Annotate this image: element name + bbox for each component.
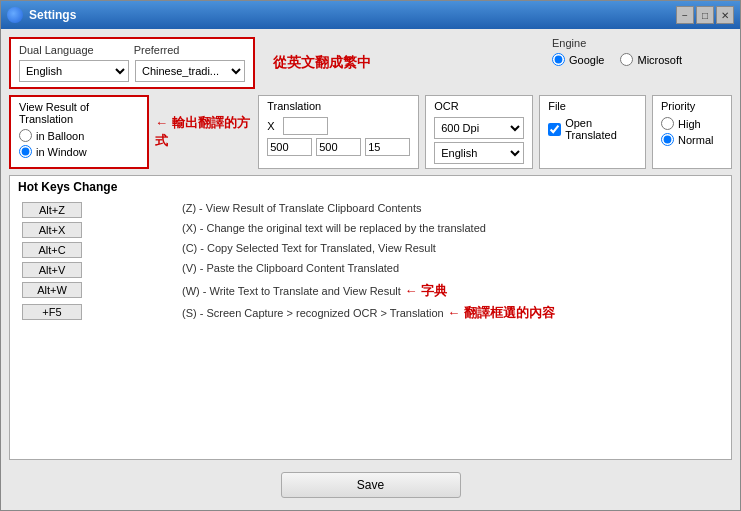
view-result-box: View Result of Translation in Balloon in… <box>9 95 149 169</box>
x-label: X <box>267 120 279 132</box>
view-window-label: in Window <box>36 146 87 158</box>
hotkeys-title: Hot Keys Change <box>18 180 723 194</box>
view-balloon-option[interactable]: in Balloon <box>19 129 139 142</box>
table-row: Alt+Z(Z) - View Result of Translate Clip… <box>18 200 723 220</box>
hotkey-key: Alt+V <box>22 262 82 278</box>
hotkey-key: Alt+X <box>22 222 82 238</box>
file-box: File Open Translated <box>539 95 646 169</box>
engine-microsoft-label: Microsoft <box>637 54 682 66</box>
dual-language-box: Dual Language Preferred English Chinese … <box>9 37 255 89</box>
translation-val2-input[interactable] <box>316 138 361 156</box>
hotkeys-section: Hot Keys Change Alt+Z(Z) - View Result o… <box>9 175 732 460</box>
hotkey-desc: (X) - Change the original text will be r… <box>182 222 486 234</box>
hotkeys-table: Alt+Z(Z) - View Result of Translate Clip… <box>18 200 723 324</box>
hotkey-note: ← 字典 <box>401 283 447 298</box>
title-buttons: − □ ✕ <box>676 6 734 24</box>
close-button[interactable]: ✕ <box>716 6 734 24</box>
engine-microsoft-radio[interactable] <box>620 53 633 66</box>
hotkey-desc: (V) - Paste the Clipboard Content Transl… <box>182 262 399 274</box>
dual-lang-annotation: 從英文翻成繁中 <box>273 54 371 72</box>
minimize-button[interactable]: − <box>676 6 694 24</box>
view-result-annotation: 輸出翻譯的方式 <box>155 114 252 150</box>
table-row: Alt+W(W) - Write Text to Translate and V… <box>18 280 723 302</box>
priority-high-label: High <box>678 118 701 130</box>
app-icon <box>7 7 23 23</box>
hotkey-desc: (Z) - View Result of Translate Clipboard… <box>182 202 421 214</box>
top-row: Dual Language Preferred English Chinese … <box>9 37 732 89</box>
priority-box: Priority High Normal <box>652 95 732 169</box>
preferred-label: Preferred <box>134 44 180 56</box>
dual-lang-title-row: Dual Language Preferred <box>19 44 245 56</box>
engine-google-radio[interactable] <box>552 53 565 66</box>
view-window-option[interactable]: in Window <box>19 145 139 158</box>
view-balloon-label: in Balloon <box>36 130 84 142</box>
hotkey-desc: (S) - Screen Capture > recognized OCR > … <box>182 307 444 319</box>
middle-row: View Result of Translation in Balloon in… <box>9 95 732 169</box>
title-bar-left: Settings <box>7 7 76 23</box>
table-row: Alt+X(X) - Change the original text will… <box>18 220 723 240</box>
translation-box: Translation X <box>258 95 419 169</box>
title-bar: Settings − □ ✕ <box>1 1 740 29</box>
ocr-title: OCR <box>434 100 524 112</box>
translation-x-input[interactable] <box>283 117 328 135</box>
priority-high-option[interactable]: High <box>661 117 723 130</box>
view-balloon-radio[interactable] <box>19 129 32 142</box>
table-row: Alt+C(C) - Copy Selected Text for Transl… <box>18 240 723 260</box>
table-row: Alt+V(V) - Paste the Clipboard Content T… <box>18 260 723 280</box>
engine-label: Engine <box>552 37 732 49</box>
view-result-title: View Result of Translation <box>19 101 139 125</box>
view-result-options: in Balloon in Window <box>19 129 139 158</box>
hotkey-desc: (C) - Copy Selected Text for Translated,… <box>182 242 436 254</box>
ocr-dpi-select[interactable]: 600 Dpi 300 Dpi 1200 Dpi <box>434 117 524 139</box>
open-translated-option[interactable]: Open Translated <box>548 117 637 141</box>
ocr-lang-select[interactable]: English Chinese Japanese <box>434 142 524 164</box>
priority-title: Priority <box>661 100 723 112</box>
source-language-select[interactable]: English Chinese Japanese <box>19 60 129 82</box>
content-area: Dual Language Preferred English Chinese … <box>1 29 740 510</box>
save-button[interactable]: Save <box>281 472 461 498</box>
translation-val3-input[interactable] <box>365 138 410 156</box>
translation-val1-input[interactable] <box>267 138 312 156</box>
open-translated-label: Open Translated <box>565 117 637 141</box>
engine-google-option[interactable]: Google <box>552 53 604 66</box>
preferred-language-select[interactable]: Chinese_tradi... English <box>135 60 245 82</box>
translation-values-row <box>267 138 410 156</box>
priority-normal-option[interactable]: Normal <box>661 133 723 146</box>
priority-normal-radio[interactable] <box>661 133 674 146</box>
save-row: Save <box>9 466 732 502</box>
window-title: Settings <box>29 8 76 22</box>
open-translated-checkbox[interactable] <box>548 123 561 136</box>
hotkey-key: Alt+W <box>22 282 82 298</box>
translation-x-row: X <box>267 117 410 135</box>
hotkey-key: Alt+C <box>22 242 82 258</box>
view-result-annotation-wrapper: 輸出翻譯的方式 <box>155 95 252 169</box>
view-window-radio[interactable] <box>19 145 32 158</box>
main-window: Settings − □ ✕ Dual Language Preferred E… <box>0 0 741 511</box>
hotkey-note: ← 翻譯框選的內容 <box>444 305 555 320</box>
hotkey-key: +F5 <box>22 304 82 320</box>
dual-lang-label: Dual Language <box>19 44 94 56</box>
engine-box: Engine Google Microsoft <box>552 37 732 66</box>
priority-high-radio[interactable] <box>661 117 674 130</box>
priority-normal-label: Normal <box>678 134 713 146</box>
translation-title: Translation <box>267 100 410 112</box>
ocr-box: OCR 600 Dpi 300 Dpi 1200 Dpi English Chi… <box>425 95 533 169</box>
dual-lang-selects: English Chinese Japanese Chinese_tradi..… <box>19 60 245 82</box>
engine-google-label: Google <box>569 54 604 66</box>
engine-options: Google Microsoft <box>552 53 732 66</box>
table-row: +F5(S) - Screen Capture > recognized OCR… <box>18 302 723 324</box>
maximize-button[interactable]: □ <box>696 6 714 24</box>
engine-microsoft-option[interactable]: Microsoft <box>620 53 682 66</box>
hotkey-desc: (W) - Write Text to Translate and View R… <box>182 285 401 297</box>
translation-fields: X <box>267 117 410 156</box>
hotkey-key: Alt+Z <box>22 202 82 218</box>
file-title: File <box>548 100 637 112</box>
